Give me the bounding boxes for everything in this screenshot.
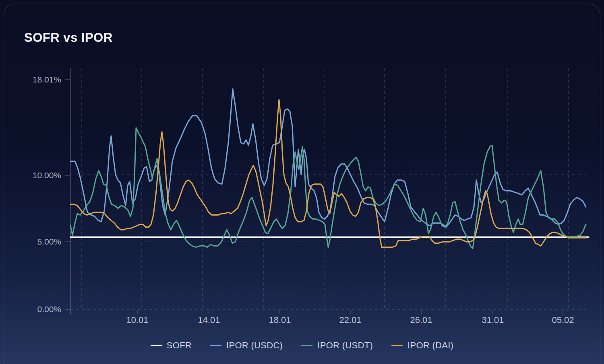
x-axis-label: 10.01 — [126, 315, 148, 325]
legend-item-ipor-usdt[interactable]: IPOR (USDT) — [301, 340, 373, 351]
series-line-ipor-usdt — [70, 128, 586, 249]
legend-label: IPOR (DAI) — [407, 340, 453, 351]
legend-label: IPOR (USDT) — [317, 340, 373, 351]
legend-item-sofr[interactable]: SOFR — [151, 340, 192, 351]
chart-legend: SOFR IPOR (USDC) IPOR (USDT) IPOR (DAI) — [0, 340, 604, 351]
x-axis-label: 26.01 — [410, 315, 432, 325]
line-chart: 10.0114.0118.0122.0126.0131.0105.0218.01… — [0, 0, 604, 364]
legend-label: SOFR — [167, 340, 192, 351]
ipor-usdc-line-swatch-icon — [210, 345, 221, 346]
x-axis-label: 14.01 — [198, 315, 220, 325]
legend-item-ipor-usdc[interactable]: IPOR (USDC) — [210, 340, 283, 351]
x-axis-label: 22.01 — [339, 315, 361, 325]
ipor-dai-line-swatch-icon — [391, 345, 403, 346]
x-axis-label: 31.01 — [482, 315, 504, 325]
sofr-line-swatch-icon — [151, 345, 162, 346]
y-axis-label: 5.00% — [37, 237, 61, 246]
y-axis-label: 18.01% — [33, 75, 61, 84]
legend-item-ipor-dai[interactable]: IPOR (DAI) — [391, 340, 453, 351]
x-axis-label: 05.02 — [552, 315, 574, 325]
chart-card: SOFR vs IPOR 10.0114.0118.0122.0126.0131… — [0, 0, 604, 364]
ipor-usdt-line-swatch-icon — [301, 345, 312, 346]
y-axis-label: 10.00% — [33, 171, 61, 180]
x-axis-label: 18.01 — [269, 315, 291, 325]
y-axis-label: 0.00% — [37, 304, 61, 314]
legend-label: IPOR (USDC) — [226, 340, 283, 351]
